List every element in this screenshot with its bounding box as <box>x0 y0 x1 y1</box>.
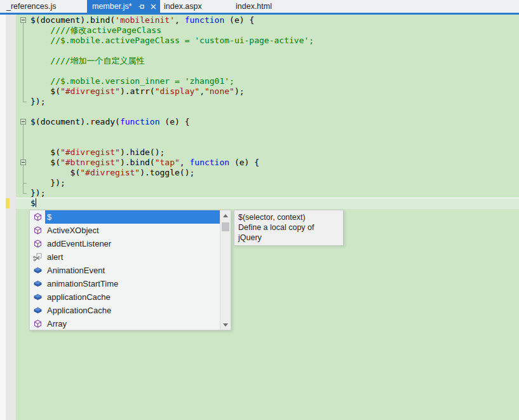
autocomplete-item-label: animationStartTime <box>45 277 220 290</box>
autocomplete-item-alert[interactable]: alert <box>30 250 220 264</box>
code-line[interactable]: ////修改activePageClass <box>30 25 161 36</box>
code-line[interactable]: ////增加一个自定义属性 <box>30 56 145 66</box>
tooltip-description: Define a local copy of jQuery <box>238 222 339 243</box>
code-token-keyword: function <box>189 158 229 167</box>
autocomplete-item-label: ActiveXObject <box>45 224 220 237</box>
code-token-string: "#divregist" <box>60 147 120 157</box>
current-line-highlight <box>16 198 519 209</box>
code-token-plain: }); <box>30 188 45 198</box>
code-token-plain: $(document).bind( <box>30 15 115 25</box>
scroll-down-arrow-icon[interactable] <box>220 320 231 330</box>
code-token-comment: //$.mobile.activePageClass = 'custom-ui-… <box>30 36 314 45</box>
field-icon <box>30 280 45 288</box>
code-token-plain: $( <box>30 158 60 167</box>
code-token-string: "none" <box>205 86 234 96</box>
code-token-string: "tap" <box>155 158 180 167</box>
autocomplete-item-label: AnimationEvent <box>45 264 220 277</box>
code-line[interactable]: $ <box>30 198 36 208</box>
code-token-plain: $( <box>30 147 60 157</box>
code-token-plain: ); <box>234 86 245 96</box>
code-line[interactable]: //$.mobile.version_inner = 'zhang01'; <box>30 76 234 86</box>
tab-member-js[interactable]: member.js* <box>87 0 160 13</box>
code-token-string: "#divregist" <box>60 86 120 96</box>
autocomplete-item-activexobject[interactable]: ActiveXObject <box>30 224 220 237</box>
field-icon <box>30 266 45 274</box>
pin-icon[interactable] <box>138 3 145 10</box>
autocomplete-item-$[interactable]: $ <box>30 210 220 224</box>
code-token-plain: }); <box>30 97 45 106</box>
tab-index-html[interactable]: index.html <box>232 0 359 13</box>
collapse-region-button[interactable] <box>20 17 26 23</box>
signature-tooltip: $(selector, context) Define a local copy… <box>234 210 344 246</box>
code-token-keyword: function <box>185 15 225 25</box>
autocomplete-item-label: $ <box>45 210 220 224</box>
field-icon <box>30 293 45 301</box>
code-line[interactable]: $("#divregist").toggle(); <box>30 168 194 178</box>
close-icon[interactable] <box>151 4 156 10</box>
unsaved-change-marker <box>6 198 10 208</box>
code-token-plain: $( <box>30 86 60 96</box>
object-icon <box>30 213 45 221</box>
fold-end-corner <box>23 183 27 184</box>
field-icon <box>30 306 45 315</box>
code-line[interactable]: //$.mobile.activePageClass = 'custom-ui-… <box>30 36 314 46</box>
code-token-plain: $ <box>30 198 36 208</box>
code-token-comment: //$.mobile.version_inner = 'zhang01'; <box>30 76 234 86</box>
fold-guide-line <box>23 165 24 183</box>
code-line[interactable]: $(document).bind('mobileinit', function … <box>30 15 254 25</box>
code-line[interactable]: $(document).ready(function (e) { <box>30 117 189 127</box>
collapse-region-button[interactable] <box>20 159 26 165</box>
code-token-plain: ).toggle(); <box>140 168 194 177</box>
code-line[interactable]: $("#btnregist").bind("tap", function (e)… <box>30 158 259 168</box>
code-line[interactable]: }); <box>30 97 45 107</box>
code-token-plain: , <box>199 86 205 96</box>
autocomplete-item-label: alert <box>45 250 220 264</box>
code-token-string: "#btnregist" <box>60 158 120 167</box>
autocomplete-item-applicationcache[interactable]: applicationCache <box>30 290 220 304</box>
code-token-comment: ////修改activePageClass <box>30 25 161 35</box>
fold-end-corner <box>23 193 27 194</box>
code-line[interactable]: $("#divregist").hide(); <box>30 147 165 158</box>
autocomplete-item-animationstarttime[interactable]: animationStartTime <box>30 277 220 290</box>
collapse-region-button[interactable] <box>20 119 26 125</box>
code-token-plain: }); <box>30 178 65 187</box>
code-token-plain: , <box>180 158 190 167</box>
scroll-up-arrow-icon[interactable] <box>220 210 231 220</box>
code-token-plain: ).hide(); <box>120 147 165 157</box>
object-icon <box>30 240 45 248</box>
autocomplete-item-label: ApplicationCache <box>45 304 220 317</box>
autocomplete-item-addeventlistener[interactable]: addEventListener <box>30 237 220 250</box>
fold-guide-line <box>23 23 24 102</box>
autocomplete-item-label: applicationCache <box>45 290 220 304</box>
autocomplete-item-array[interactable]: Array <box>30 317 220 330</box>
code-token-comment: ////增加一个自定义属性 <box>30 56 145 65</box>
tab-label: _references.js <box>6 2 57 11</box>
code-token-keyword: function <box>120 117 160 126</box>
autocomplete-item-applicationcache[interactable]: ApplicationCache <box>30 304 220 317</box>
code-token-plain: , <box>175 15 185 25</box>
text-caret <box>36 198 36 207</box>
tab--references-js[interactable]: _references.js <box>0 0 87 13</box>
code-token-plain: (e) { <box>224 15 254 25</box>
popup-scrollbar[interactable] <box>220 210 231 330</box>
code-token-plain: (e) { <box>160 117 190 126</box>
autocomplete-item-label: Array <box>45 317 220 330</box>
code-token-string: 'mobileinit' <box>115 15 175 25</box>
tab-label: index.aspx <box>164 2 202 11</box>
code-line[interactable]: }); <box>30 188 45 198</box>
autocomplete-item-animationevent[interactable]: AnimationEvent <box>30 264 220 277</box>
autocomplete-item-label: addEventListener <box>45 237 220 250</box>
code-line[interactable]: $("#divregist").atrr("display","none"); <box>30 86 245 97</box>
code-token-plain: $(document).ready( <box>30 117 120 126</box>
fold-end-corner <box>23 102 27 102</box>
code-token-string: "#divregist" <box>80 168 140 177</box>
code-token-plain: $( <box>30 168 80 177</box>
code-line[interactable]: }); <box>30 178 65 188</box>
code-token-plain: (e) { <box>229 158 259 167</box>
scrollbar-thumb[interactable] <box>222 222 229 231</box>
object-icon <box>30 320 45 328</box>
code-token-plain: ).bind( <box>120 158 155 167</box>
object-icon <box>30 226 45 234</box>
tab-label: member.js* <box>92 2 132 11</box>
tab-index-aspx[interactable]: index.aspx <box>160 0 232 13</box>
